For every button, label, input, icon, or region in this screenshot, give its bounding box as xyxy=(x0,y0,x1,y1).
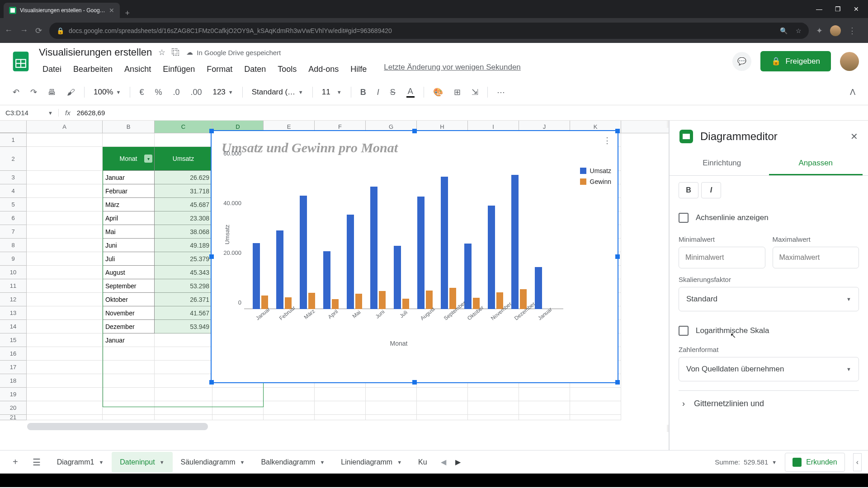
cell[interactable] xyxy=(155,361,212,374)
cell[interactable] xyxy=(27,374,103,388)
cell[interactable] xyxy=(366,388,417,401)
row-header[interactable]: 10 xyxy=(0,266,27,279)
cell[interactable]: Umsatz xyxy=(155,147,212,171)
cell[interactable]: 45.687 xyxy=(155,198,212,211)
bar-umsatz[interactable] xyxy=(535,267,542,310)
cell[interactable] xyxy=(468,401,519,415)
cell[interactable] xyxy=(27,239,103,252)
browser-menu-icon[interactable]: ⋮ xyxy=(848,26,856,36)
cell[interactable] xyxy=(468,388,519,401)
cell[interactable] xyxy=(103,133,155,147)
menu-datei[interactable]: Datei xyxy=(39,63,65,76)
scale-factor-select[interactable]: Standard▼ xyxy=(679,287,859,311)
chart-title[interactable]: Umsatz und Gewinn pro Monat xyxy=(212,131,618,160)
cell[interactable]: Juli xyxy=(103,252,155,266)
cell[interactable]: März xyxy=(103,198,155,211)
row-header[interactable]: 2 xyxy=(0,147,27,171)
sheet-menu-icon[interactable]: ▼ xyxy=(240,460,245,465)
explore-button[interactable]: Erkunden xyxy=(785,453,845,472)
borders-icon[interactable]: ⊞ xyxy=(450,84,464,100)
redo-icon[interactable]: ↷ xyxy=(27,84,41,100)
row-header[interactable]: 5 xyxy=(0,198,27,211)
bar-gewinn[interactable] xyxy=(308,293,316,309)
sheet-menu-icon[interactable]: ▼ xyxy=(160,460,165,465)
bar-group[interactable] xyxy=(511,175,527,309)
sheets-nav-right-icon[interactable]: ▶ xyxy=(452,458,464,466)
cell[interactable] xyxy=(417,401,468,415)
forward-icon[interactable]: → xyxy=(20,26,28,35)
cell[interactable] xyxy=(27,388,103,401)
cell[interactable]: 23.308 xyxy=(155,211,212,225)
sheets-nav-left-icon[interactable]: ◀ xyxy=(437,458,450,466)
print-icon[interactable]: 🖶 xyxy=(44,85,60,100)
cell[interactable] xyxy=(27,266,103,279)
bar-group[interactable] xyxy=(276,230,292,309)
sheet-tab[interactable]: Dateninput▼ xyxy=(112,452,172,473)
cell[interactable] xyxy=(27,333,103,347)
cell[interactable] xyxy=(155,401,212,415)
italic-format-button[interactable]: I xyxy=(701,182,721,198)
sheet-tab[interactable]: Säulendiagramm▼ xyxy=(173,452,253,473)
row-header[interactable]: 20 xyxy=(0,401,27,415)
currency-icon[interactable]: € xyxy=(136,85,147,100)
cell[interactable] xyxy=(570,401,621,415)
cell[interactable] xyxy=(519,415,570,420)
cell[interactable] xyxy=(27,252,103,266)
cell[interactable] xyxy=(417,415,468,420)
new-tab-button[interactable]: + xyxy=(120,9,136,18)
menu-bearbeiten[interactable]: Bearbeiten xyxy=(70,63,116,76)
row-header[interactable]: 4 xyxy=(0,184,27,198)
last-edit-link[interactable]: Letzte Änderung vor wenigen Sekunden xyxy=(384,63,520,76)
percent-icon[interactable]: % xyxy=(151,85,165,100)
number-format-select[interactable]: 123▼ xyxy=(209,86,236,99)
tab-customize[interactable]: Anpassen xyxy=(769,152,863,175)
cell[interactable]: Juni xyxy=(103,239,155,252)
zoom-icon[interactable]: 🔍 xyxy=(780,27,788,34)
cell[interactable]: Januar xyxy=(103,333,155,347)
row-header[interactable]: 1 xyxy=(0,133,27,147)
bar-group[interactable] xyxy=(441,177,456,309)
cell[interactable] xyxy=(27,401,103,415)
bold-format-button[interactable]: B xyxy=(679,182,698,198)
increase-decimal-icon[interactable]: .00 xyxy=(187,85,205,100)
cell[interactable]: Monat▾ xyxy=(103,147,155,171)
resize-handle[interactable] xyxy=(209,129,214,133)
cell[interactable] xyxy=(27,198,103,211)
bar-umsatz[interactable] xyxy=(347,215,354,309)
log-scale-checkbox[interactable] xyxy=(679,326,689,336)
bar-umsatz[interactable] xyxy=(417,197,425,309)
cell[interactable] xyxy=(264,415,315,420)
move-doc-icon[interactable]: ⿻ xyxy=(172,48,180,57)
cell[interactable]: November xyxy=(103,306,155,320)
cell[interactable] xyxy=(315,388,366,401)
name-box[interactable]: C3:D14▼ xyxy=(0,109,59,117)
cell[interactable] xyxy=(366,401,417,415)
cell[interactable] xyxy=(27,171,103,184)
font-select[interactable]: Standard (…▼ xyxy=(248,86,307,99)
bar-umsatz[interactable] xyxy=(511,175,519,309)
row-header[interactable]: 7 xyxy=(0,225,27,239)
star-icon[interactable]: ☆ xyxy=(796,27,802,34)
cell[interactable] xyxy=(155,388,212,401)
cell[interactable]: Oktober xyxy=(103,293,155,306)
cell[interactable] xyxy=(103,401,155,415)
row-header[interactable]: 11 xyxy=(0,279,27,293)
sheet-menu-icon[interactable]: ▼ xyxy=(320,460,325,465)
cell[interactable] xyxy=(155,415,212,420)
cell[interactable] xyxy=(417,388,468,401)
browser-tab[interactable]: Visualisierungen erstellen - Goog… ✕ xyxy=(4,3,120,18)
cell[interactable] xyxy=(155,333,212,347)
select-all-corner[interactable] xyxy=(0,121,27,133)
star-doc-icon[interactable]: ☆ xyxy=(158,47,165,57)
row-header[interactable]: 19 xyxy=(0,388,27,401)
cell[interactable] xyxy=(27,211,103,225)
menu-einfügen[interactable]: Einfügen xyxy=(159,63,198,76)
cell[interactable]: 38.068 xyxy=(155,225,212,239)
comments-button[interactable]: 💬 xyxy=(732,52,751,71)
row-header[interactable]: 15 xyxy=(0,333,27,347)
strikethrough-icon[interactable]: S xyxy=(387,85,399,100)
cell[interactable]: 53.298 xyxy=(155,279,212,293)
resize-handle[interactable] xyxy=(615,129,620,133)
reload-icon[interactable]: ⟳ xyxy=(35,26,42,36)
sheet-tab[interactable]: Ku xyxy=(410,452,435,473)
